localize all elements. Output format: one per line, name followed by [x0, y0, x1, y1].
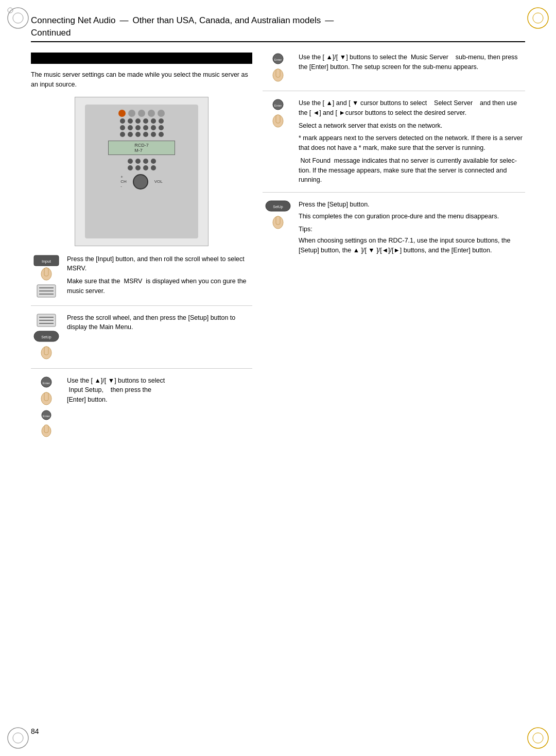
left-column: The music server settings can be made wh… [31, 53, 252, 453]
svg-point-5 [8, 728, 28, 748]
right-column: Enter Use the [ ▲]/[ ▼] buttons to selec… [263, 53, 525, 453]
corner-decoration-tl [5, 5, 31, 31]
step3-text: Use the [ ▲]/[ ▼] buttons to select Inpu… [67, 376, 252, 438]
title-part1: Connecting Net Audio [31, 15, 115, 26]
step1-icons: Input [31, 254, 62, 298]
header-subtitle: Continued [31, 28, 525, 38]
svg-rect-44 [276, 216, 280, 225]
corner-decoration-bl [5, 725, 31, 751]
input-icon-stack: Input [33, 254, 60, 298]
svg-text:SetUp: SetUp [41, 335, 51, 339]
enter-r1-icon: Enter [265, 53, 291, 83]
enter-button-icon1: Enter [33, 376, 60, 407]
main-content: The music server settings can be made wh… [31, 53, 525, 453]
step-input: Input [31, 254, 252, 306]
svg-point-2 [8, 8, 13, 13]
svg-rect-40 [276, 115, 280, 123]
rstep2-icons: Enter [263, 98, 293, 185]
page-number: 84 [31, 727, 39, 735]
svg-text:Input: Input [42, 259, 51, 264]
step3-icon-stack: Enter Enter [33, 376, 60, 438]
header-rule [31, 41, 525, 42]
scroll-lines-icon [36, 284, 57, 298]
svg-point-4 [533, 13, 543, 23]
rstep1-text: Use the [ ▲]/[ ▼] buttons to select the … [299, 53, 525, 83]
rstep3-text: Press the [Setup] button. This completes… [299, 200, 525, 255]
right-step3: SetUp Press the [Setup] button. This com… [263, 200, 525, 263]
right-step1: Enter Use the [ ▲]/[ ▼] buttons to selec… [263, 53, 525, 91]
step2-text: Press the scroll wheel, and then press t… [67, 313, 252, 361]
svg-point-1 [13, 13, 23, 23]
setup-r-icon: SetUp [265, 200, 291, 231]
svg-rect-12 [44, 268, 48, 276]
svg-text:Enter: Enter [274, 104, 282, 107]
svg-text:SetUp: SetUp [273, 205, 283, 209]
input-button-icon: Input [33, 254, 60, 281]
step-setup: SetUp Press the scroll wheel, and then p… [31, 313, 252, 369]
svg-rect-36 [276, 69, 280, 77]
intro-text: The music server settings can be made wh… [31, 70, 252, 90]
svg-rect-28 [44, 392, 48, 401]
step-enter: Enter Enter Use the [31, 376, 252, 445]
step1-text: Press the [Input] button, and then roll … [67, 254, 252, 298]
setup-button-icon: SetUp [33, 330, 60, 361]
rstep3-icons: SetUp [263, 200, 293, 255]
svg-point-0 [8, 8, 28, 28]
device-image: RCD-7M-7 +CH- [75, 97, 208, 246]
svg-rect-32 [44, 425, 48, 433]
rstep2-text: Use the [ ▲] and [ ▼ cursor buttons to s… [299, 98, 525, 185]
corner-decoration-br [525, 725, 551, 751]
rstep1-icons: Enter [263, 53, 293, 83]
scroll-icon2 [36, 313, 57, 328]
svg-point-8 [533, 733, 543, 743]
svg-point-6 [13, 733, 23, 743]
step2-icons: SetUp [31, 313, 62, 361]
enter-button-icon2: Enter [34, 409, 59, 438]
svg-point-7 [528, 728, 548, 748]
device-diagram: RCD-7M-7 +CH- [85, 105, 198, 238]
corner-decoration-tr [525, 5, 551, 31]
page-header: Connecting Net Audio — Other than USA, C… [31, 15, 525, 45]
step3-icons: Enter Enter [31, 376, 62, 438]
svg-text:Enter: Enter [43, 382, 50, 385]
right-step2: Enter Use the [ ▲] and [ ▼ cursor button… [263, 98, 525, 193]
step2-icon-stack: SetUp [33, 313, 60, 361]
svg-rect-24 [44, 347, 48, 355]
svg-text:Enter: Enter [274, 58, 282, 61]
title-dash2: — [325, 15, 334, 26]
section-header-bar [31, 53, 252, 64]
title-dash1: — [119, 15, 128, 26]
svg-point-3 [528, 8, 548, 28]
svg-text:Enter: Enter [43, 415, 50, 418]
header-title: Connecting Net Audio — Other than USA, C… [31, 15, 525, 26]
enter-r2-icon: Enter [265, 98, 291, 129]
title-part2: Other than USA, Canada, and Australian m… [132, 15, 321, 26]
